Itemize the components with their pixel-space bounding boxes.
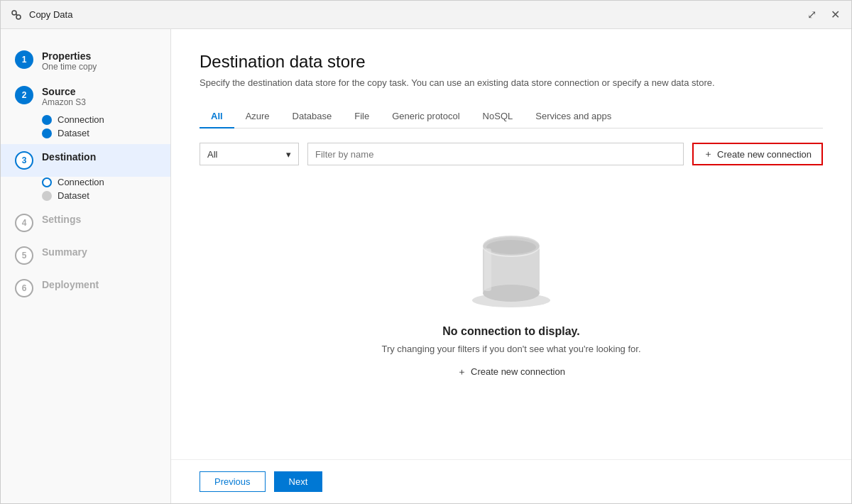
sidebar-item-settings[interactable]: 4 Settings <box>1 207 170 239</box>
step-sub-2: Amazon S3 <box>42 97 86 107</box>
empty-state: No connection to display. Try changing y… <box>200 182 823 442</box>
step-circle-5: 5 <box>15 246 33 265</box>
step-circle-4: 4 <box>15 214 33 232</box>
tab-nosql[interactable]: NoSQL <box>471 105 525 128</box>
step-circle-2: 2 <box>15 86 33 104</box>
step-label-5: Summary <box>42 246 87 258</box>
sidebar-item-summary[interactable]: 5 Summary <box>1 239 170 272</box>
step-label-3: Destination <box>42 151 96 163</box>
source-connection-label: Connection <box>58 114 104 125</box>
tab-all[interactable]: All <box>200 105 234 128</box>
source-substeps: Connection Dataset <box>1 114 170 144</box>
tabs-bar: All Azure Database File Generic protocol… <box>200 105 823 128</box>
tab-database[interactable]: Database <box>281 105 344 128</box>
previous-button[interactable]: Previous <box>200 471 266 492</box>
plus-icon-center: ＋ <box>457 366 466 378</box>
sidebar-item-properties[interactable]: 1 Properties One time copy <box>1 43 170 79</box>
tab-file[interactable]: File <box>343 105 381 128</box>
page-title: Destination data store <box>200 52 823 72</box>
destination-substeps: Connection Dataset <box>1 177 170 207</box>
maximize-button[interactable]: ⤢ <box>804 5 819 24</box>
filter-row: All ▾ ＋ Create new connection <box>200 143 823 165</box>
dest-connection-dot <box>42 177 52 187</box>
step-circle-6: 6 <box>15 279 33 297</box>
dest-connection-substep: Connection <box>42 177 156 187</box>
step-sub-1: One time copy <box>42 62 97 72</box>
titlebar: Copy Data ⤢ ✕ <box>1 1 851 29</box>
page-desc: Specify the destination data store for t… <box>200 77 823 88</box>
dest-connection-label: Connection <box>58 177 104 187</box>
empty-title: No connection to display. <box>442 325 580 338</box>
step-label-4: Settings <box>42 214 81 225</box>
app-title: Copy Data <box>29 9 804 20</box>
source-dataset-label: Dataset <box>58 128 89 138</box>
dest-dataset-label: Dataset <box>58 190 89 201</box>
dest-dataset-dot <box>42 191 52 201</box>
step-circle-3: 3 <box>15 151 33 170</box>
step-label-2: Source <box>42 86 86 97</box>
close-button[interactable]: ✕ <box>828 5 843 24</box>
source-connection-dot <box>42 115 52 125</box>
next-button[interactable]: Next <box>274 471 323 492</box>
create-connection-button-top[interactable]: ＋ Create new connection <box>692 143 823 165</box>
sidebar-item-deployment[interactable]: 6 Deployment <box>1 272 170 305</box>
svg-line-2 <box>16 13 18 16</box>
create-connection-button-center[interactable]: ＋ Create new connection <box>457 366 565 378</box>
source-dataset-substep: Dataset <box>42 128 156 138</box>
svg-rect-9 <box>484 248 491 291</box>
type-select[interactable]: All ▾ <box>200 143 299 165</box>
database-illustration <box>462 219 561 311</box>
source-connection-substep: Connection <box>42 114 156 125</box>
filter-input[interactable] <box>307 143 684 165</box>
empty-desc: Try changing your filters if you don't s… <box>381 344 640 354</box>
step-label-6: Deployment <box>42 279 99 290</box>
source-dataset-dot <box>42 128 52 138</box>
tab-generic-protocol[interactable]: Generic protocol <box>381 105 471 128</box>
select-value: All <box>207 149 217 160</box>
sidebar-item-source[interactable]: 2 Source Amazon S3 <box>1 79 170 114</box>
copy-data-icon <box>9 8 23 22</box>
plus-icon: ＋ <box>704 148 713 160</box>
dest-dataset-substep: Dataset <box>42 190 156 201</box>
tab-services-apps[interactable]: Services and apps <box>524 105 623 128</box>
chevron-down-icon: ▾ <box>286 149 291 160</box>
step-label-1: Properties <box>42 50 97 62</box>
sidebar-item-destination[interactable]: 3 Destination <box>1 144 170 177</box>
tab-azure[interactable]: Azure <box>234 105 281 128</box>
footer: Previous Next <box>171 459 851 503</box>
main-panel: Destination data store Specify the desti… <box>171 29 851 459</box>
create-link-label: Create new connection <box>471 366 565 377</box>
step-circle-1: 1 <box>15 50 33 69</box>
create-btn-label: Create new connection <box>717 149 812 160</box>
sidebar: 1 Properties One time copy 2 Source Amaz… <box>1 29 171 503</box>
